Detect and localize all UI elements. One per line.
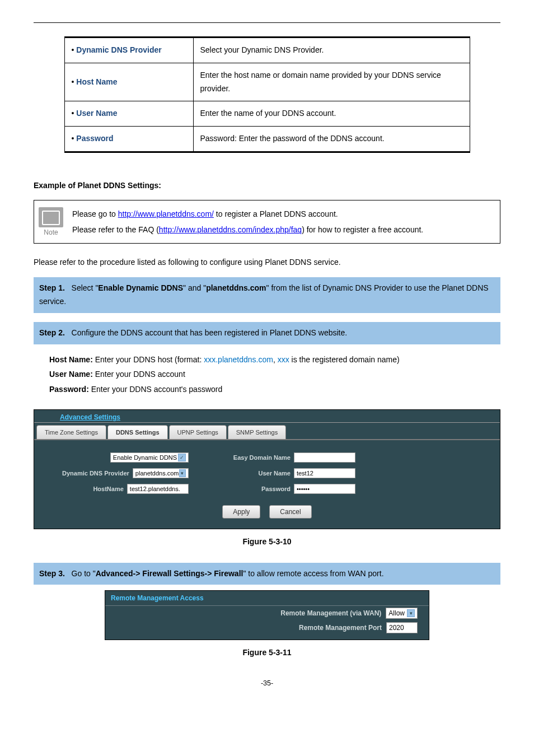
note-icon [39,207,63,227]
remote-wan-value: Allow [388,609,405,617]
provider-select[interactable]: planetddns.com ▾ [133,468,189,478]
note-body: Please go to http://www.planetddns.com/ … [68,200,500,243]
apply-button[interactable]: Apply [222,505,260,519]
param-label: Password [76,134,113,143]
checkbox-icon: ✓ [178,454,186,461]
password-text: Enter your DDNS account's password [89,385,222,394]
example-heading: Example of Planet DDNS Settings: [34,181,500,190]
param-desc: Password: Enter the password of the DDNS… [193,127,470,152]
step-text: Configure the DDNS account that has been… [72,328,348,337]
note-label: Note [44,228,58,236]
param-desc: Select your Dynamic DNS Provider. [193,38,470,63]
param-label: Host Name [76,77,117,86]
step-label: Step 1. [39,283,65,292]
ui-header: Advanced Settings [34,410,500,423]
hostname-label: Host Name: [49,355,93,364]
ddns-settings-screenshot: Advanced Settings Time Zone Settings DDN… [34,409,500,529]
remote-port-value: 2020 [389,624,404,632]
hostname-input[interactable]: test12.planetddns. [127,484,189,494]
ui2-header: Remote Management Access [105,591,429,606]
note-icon-cell: Note [34,200,68,243]
table-row: • Dynamic DNS Provider Select your Dynam… [64,38,470,63]
remote-wan-select[interactable]: Allow ▾ [386,608,418,619]
intro-text: Please refer to the procedure listed as … [34,256,500,268]
provider-value: planetddns.com [135,470,179,477]
tab-ddns[interactable]: DDNS Settings [107,425,168,439]
step-strong: Enable Dynamic DDNS [98,283,183,292]
step-text: Go to " [72,569,96,578]
hostname-format: xxx [278,355,289,364]
step-2-bar: Step 2. Configure the DDNS account that … [34,322,500,344]
username-input[interactable]: test12 [294,468,355,478]
enable-ddns-label: Enable Dynamic DDNS [113,454,177,461]
step-3-bar: Step 3. Go to "Advanced-> Firewall Setti… [34,563,500,585]
planet-ddns-link[interactable]: http://www.planetddns.com/ [118,209,214,218]
page-number: -35- [34,679,500,687]
step-strong: planetddns.com [206,283,266,292]
hostname-text: is the registered domain name) [289,355,400,364]
step-strong: Advanced-> Firewall Settings-> Firewall [96,569,243,578]
table-row: • Password Password: Enter the password … [64,127,470,152]
table-row: • Host Name Enter the host name or domai… [64,63,470,101]
step-text: " to allow remote access from WAN port. [243,569,383,578]
table-row: • User Name Enter the name of your DDNS … [64,101,470,127]
username-text: Enter your DDNS account [93,370,185,379]
step-1-bar: Step 1. Select "Enable Dynamic DDNS" and… [34,277,500,313]
param-desc: Enter the host name or domain name provi… [193,63,470,101]
param-desc: Enter the name of your DDNS account. [193,101,470,127]
provider-label: Dynamic DNS Provider [62,470,129,477]
hostname-text: Enter your DDNS host (format: [93,355,204,364]
username-label: User Name: [49,370,93,379]
top-divider [34,22,500,23]
ui-tabs: Time Zone Settings DDNS Settings UPNP Se… [34,423,500,439]
password-input[interactable]: •••••• [294,484,355,494]
cancel-button[interactable]: Cancel [269,505,311,519]
remote-port-input[interactable]: 2020 [386,622,418,633]
username-label-ui: User Name [258,470,290,477]
tab-upnp[interactable]: UPNP Settings [169,425,227,439]
easy-domain-input[interactable] [294,452,355,463]
easy-domain-label: Easy Domain Name [233,454,291,461]
step-text: Select " [72,283,99,292]
step-2-body: Host Name: Enter your DDNS host (format:… [34,350,500,405]
parameter-table: • Dynamic DNS Provider Select your Dynam… [64,36,470,153]
password-value: •••••• [297,486,310,492]
figure-caption-2: Figure 5-3-11 [34,648,500,657]
username-value: test12 [297,470,313,477]
note-text: Please go to [72,209,118,218]
faq-link[interactable]: http://www.planetddns.com/index.php/faq [159,225,302,234]
note-box: Note Please go to http://www.planetddns.… [34,200,500,244]
password-label-ui: Password [261,486,291,492]
param-label: Dynamic DNS Provider [76,45,162,54]
hostname-label-ui: HostName [93,486,123,492]
ui-content: Enable Dynamic DDNS ✓ Dynamic DNS Provid… [34,439,500,529]
step-label: Step 3. [39,569,65,578]
remote-port-label: Remote Management Port [299,624,382,632]
figure-caption-1: Figure 5-3-10 [34,537,500,546]
hostname-value: test12.planetddns. [130,486,180,492]
remote-management-screenshot: Remote Management Access Remote Manageme… [105,590,429,640]
step-text: " and " [183,283,206,292]
hostname-format: xxx.planetddns.com [204,355,273,364]
chevron-down-icon: ▾ [407,609,415,617]
step-label: Step 2. [39,328,65,337]
chevron-down-icon: ▾ [179,469,186,477]
remote-wan-label: Remote Management (via WAN) [280,609,381,617]
param-label: User Name [76,109,117,118]
enable-ddns-checkbox[interactable]: Enable Dynamic DDNS ✓ [110,452,189,463]
note-text: Please refer to the FAQ ( [72,225,159,234]
tab-snmp[interactable]: SNMP Settings [228,425,286,439]
note-text: ) for how to register a free account. [302,225,423,234]
note-text: to register a Planet DDNS account. [214,209,338,218]
tab-time-zone[interactable]: Time Zone Settings [36,425,106,439]
hostname-text: , [273,355,278,364]
password-label: Password: [49,385,89,394]
